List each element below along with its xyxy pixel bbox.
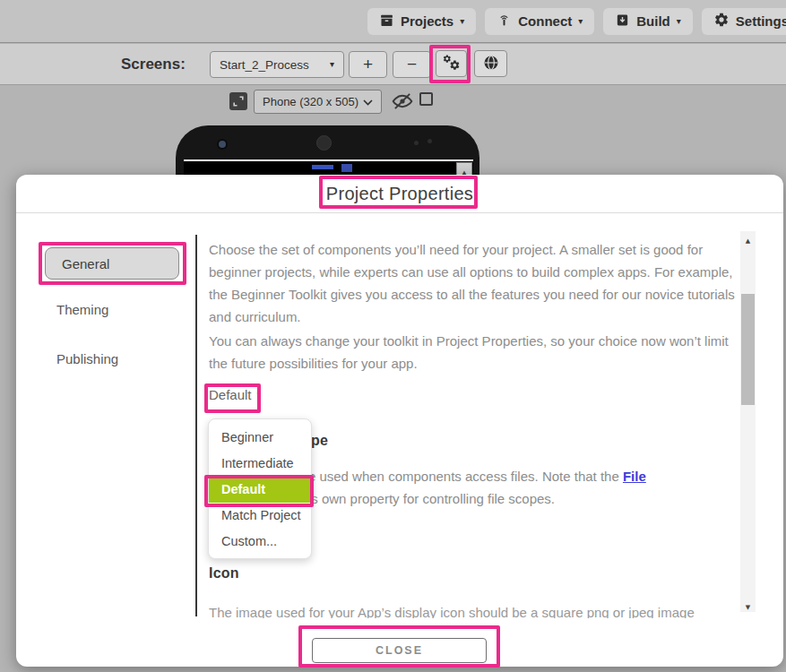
projects-archive-icon <box>379 13 394 30</box>
dialog-title-divider <box>16 212 783 213</box>
sidebar-divider <box>195 235 197 616</box>
gears-icon <box>442 54 462 74</box>
arrow-up-icon <box>746 230 750 246</box>
scrollbar-up-button[interactable] <box>740 231 756 246</box>
projects-button[interactable]: Projects <box>367 8 476 35</box>
dropdown-caret-icon <box>257 391 262 399</box>
screen-size-icon[interactable] <box>229 92 247 110</box>
phone-speaker <box>316 135 332 151</box>
connect-button-label: Connect <box>518 13 572 29</box>
project-properties-button[interactable] <box>436 50 467 77</box>
menu-item-custom[interactable]: Custom... <box>209 529 311 555</box>
dropdown-caret-icon <box>578 17 583 26</box>
connect-antenna-icon <box>497 13 512 30</box>
sidebar-item-general[interactable]: General <box>45 247 179 280</box>
top-toolbar: Projects Connect Build Settings <box>0 0 786 43</box>
scrollbar-thumb[interactable] <box>741 294 755 405</box>
file-component-link[interactable]: File <box>623 469 646 484</box>
screen-selector-dropdown[interactable]: Start_2_Process <box>210 51 344 78</box>
settings-gear-icon <box>713 12 730 30</box>
toolkit-dropdown-value: Default <box>209 387 252 402</box>
menu-item-match-project[interactable]: Match Project <box>209 503 311 529</box>
toolkit-dropdown[interactable]: Default <box>209 387 261 402</box>
dialog-scrollbar[interactable] <box>740 231 756 612</box>
eye-off-icon[interactable] <box>391 90 414 113</box>
toolkit-note-paragraph: You can always change your toolkit in Pr… <box>209 330 738 375</box>
icon-description-paragraph: The image used for your App’s display ic… <box>209 602 695 618</box>
sidebar-item-publishing[interactable]: Publishing <box>56 351 118 366</box>
build-download-icon <box>615 13 630 30</box>
phone-camera-dot <box>219 141 226 148</box>
screens-label: Screens: <box>121 56 186 73</box>
dropdown-caret-icon <box>677 17 681 26</box>
device-size-value: Phone (320 x 505) <box>263 95 358 108</box>
remove-screen-button[interactable]: − <box>393 51 431 78</box>
connect-button[interactable]: Connect <box>485 8 594 35</box>
gallery-publish-button[interactable] <box>474 50 507 77</box>
build-button-label: Build <box>636 13 670 29</box>
project-properties-dialog: Project Properties General Theming Publi… <box>16 175 783 667</box>
menu-item-default[interactable]: Default <box>209 477 311 503</box>
menu-item-intermediate[interactable]: Intermediate <box>209 451 311 477</box>
phone-sensor-dot <box>428 139 432 143</box>
dropdown-caret-icon <box>460 17 464 26</box>
icon-heading: Icon <box>209 565 239 582</box>
scrollbar-down-button[interactable] <box>740 598 756 612</box>
dialog-title: Project Properties <box>16 175 783 212</box>
settings-button[interactable]: Settings <box>702 8 786 35</box>
phone-mockup <box>176 125 479 177</box>
build-button[interactable]: Build <box>603 8 693 35</box>
menu-item-beginner[interactable]: Beginner <box>209 425 311 451</box>
close-button[interactable]: CLOSE <box>312 638 487 663</box>
settings-button-label: Settings <box>736 13 786 29</box>
toolkit-dropdown-menu: Beginner Intermediate Default Match Proj… <box>208 418 312 559</box>
screen-content-fragment <box>341 164 352 172</box>
phone-sensor-dot <box>414 141 419 145</box>
add-screen-button[interactable]: + <box>349 51 387 78</box>
globe-icon <box>482 54 500 74</box>
toolkit-description-paragraph: Choose the set of components you’ll need… <box>209 238 738 328</box>
device-size-dropdown[interactable]: Phone (320 x 505) <box>254 90 382 114</box>
screen-selector-value: Start_2_Process <box>220 58 309 72</box>
dropdown-caret-icon <box>330 60 334 69</box>
screen-content-fragment <box>312 165 333 169</box>
projects-button-label: Projects <box>401 13 453 29</box>
screens-toolbar: Screens: Start_2_Process + − <box>0 44 786 85</box>
sidebar-item-theming[interactable]: Theming <box>56 302 108 317</box>
arrow-down-icon <box>746 597 750 613</box>
chevron-down-icon <box>363 95 373 108</box>
hidden-components-checkbox[interactable] <box>419 92 433 106</box>
